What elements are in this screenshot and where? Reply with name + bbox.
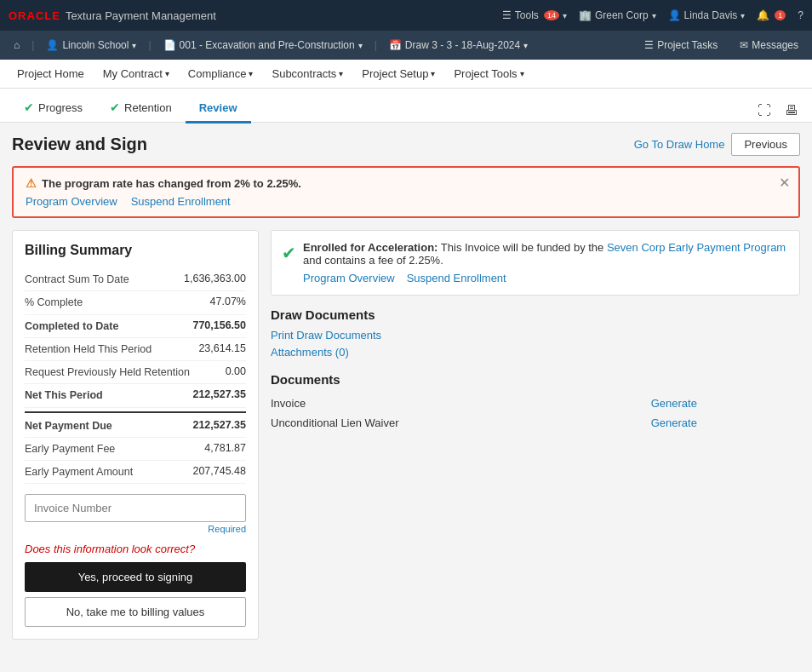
invoice-input-wrap: Required (25, 494, 246, 534)
doc-icon: 📄 (163, 39, 176, 51)
project-icon: 👤 (46, 39, 59, 51)
menu-item-my-contract[interactable]: My Contract ▾ (94, 60, 178, 87)
contract-chevron-icon: ▾ (358, 41, 363, 50)
documents-section: Documents Invoice Generate Unconditional… (271, 372, 800, 433)
billing-prompt-text: Does this information look correct? (25, 543, 246, 555)
app-title: Textura Payment Management (66, 9, 216, 22)
right-panel: ✔ Enrolled for Acceleration: This Invoic… (271, 230, 800, 640)
bell-badge: 1 (775, 10, 786, 20)
project-setup-chevron-icon: ▾ (431, 69, 435, 78)
compliance-chevron-icon: ▾ (249, 69, 253, 78)
contract-selector[interactable]: 📄 001 - Excavation and Pre-Construction … (158, 39, 368, 51)
go-to-draw-home-button[interactable]: Go To Draw Home (634, 138, 725, 151)
project-tasks-link[interactable]: ☰ Project Tasks (639, 39, 723, 51)
bell-icon: 🔔 (757, 9, 769, 21)
invoice-number-input[interactable] (25, 494, 246, 522)
menu-item-project-home[interactable]: Project Home (9, 60, 93, 87)
home-icon: ⌂ (14, 39, 20, 51)
tools-badge: 14 (544, 10, 559, 20)
enrolled-text: Enrolled for Acceleration: This Invoice … (303, 241, 789, 284)
expand-icon[interactable]: ⛶ (754, 100, 775, 122)
draw-docs-title: Draw Documents (271, 307, 800, 322)
messages-link[interactable]: ✉ Messages (735, 39, 803, 51)
user-chevron-icon: ▾ (741, 11, 745, 20)
menu-nav: Project Home My Contract ▾ Compliance ▾ … (0, 60, 812, 89)
enrolled-title: Enrolled for Acceleration: (303, 241, 437, 254)
main-content: Review and Sign Go To Draw Home Previous… (0, 123, 812, 650)
retention-check-icon: ✔ (110, 101, 120, 114)
alert-close-icon[interactable]: ✕ (779, 175, 790, 191)
page-header: Review and Sign Go To Draw Home Previous (12, 133, 800, 156)
company-chevron-icon: ▾ (652, 11, 656, 20)
print-draw-documents-link[interactable]: Print Draw Documents (271, 329, 800, 342)
oracle-logo: ORACLE (9, 9, 60, 22)
building-icon: 🏢 (579, 9, 592, 21)
second-nav: ⌂ | 👤 Lincoln School ▾ | 📄 001 - Excavat… (0, 31, 812, 60)
billing-row-retention-held: Retention Held This Period 23,614.15 (25, 338, 246, 361)
billing-summary-title: Billing Summary (25, 243, 246, 258)
menu-item-project-setup[interactable]: Project Setup ▾ (353, 60, 443, 87)
user-menu[interactable]: 👤 Linda Davis ▾ (668, 9, 746, 21)
envelope-icon: ✉ (740, 39, 748, 51)
previous-button[interactable]: Previous (731, 133, 800, 156)
list-icon: ☰ (502, 9, 512, 21)
alert-box: ⚠ The program rate has changed from 2% t… (12, 166, 800, 218)
billing-row-net-payment-due: Net Payment Due 212,527.35 (25, 411, 246, 438)
warning-icon: ⚠ (26, 176, 37, 190)
documents-title: Documents (271, 372, 800, 387)
draw-selector[interactable]: 📅 Draw 3 - 3 - 18-Aug-2024 ▾ (384, 39, 533, 51)
progress-check-icon: ✔ (24, 101, 34, 114)
documents-table: Invoice Generate Unconditional Lien Waiv… (271, 393, 800, 433)
tab-review[interactable]: Review (186, 95, 251, 123)
notifications-bell[interactable]: 🔔 1 (757, 9, 786, 21)
billing-row-early-payment-fee: Early Payment Fee 4,781.87 (25, 438, 246, 461)
company-menu[interactable]: 🏢 Green Corp ▾ (579, 9, 656, 21)
menu-item-subcontracts[interactable]: Subcontracts ▾ (263, 60, 352, 87)
draw-chevron-icon: ▾ (523, 41, 528, 50)
enrolled-box: ✔ Enrolled for Acceleration: This Invoic… (271, 230, 800, 296)
project-tools-chevron-icon: ▾ (520, 69, 524, 78)
tab-retention[interactable]: ✔ Retention (96, 94, 186, 123)
enrolled-suspend-link[interactable]: Suspend Enrollment (407, 272, 506, 284)
menu-item-project-tools[interactable]: Project Tools ▾ (445, 60, 532, 87)
enrolled-check-icon: ✔ (282, 243, 296, 263)
tasks-icon: ☰ (644, 39, 654, 51)
back-to-billing-values-button[interactable]: No, take me to billing values (25, 597, 246, 627)
alert-program-overview-link[interactable]: Program Overview (26, 195, 117, 208)
billing-row-early-payment-amount: Early Payment Amount 207,745.48 (25, 461, 246, 484)
tools-menu[interactable]: ☰ Tools 14 ▾ (502, 9, 567, 21)
calendar-icon: 📅 (389, 39, 402, 51)
menu-item-compliance[interactable]: Compliance ▾ (180, 60, 262, 87)
table-row: Invoice Generate (271, 393, 800, 413)
billing-row-contract-sum: Contract Sum To Date 1,636,363.00 (25, 268, 246, 291)
home-button[interactable]: ⌂ (9, 39, 25, 51)
project-selector[interactable]: 👤 Lincoln School ▾ (41, 39, 141, 51)
user-icon: 👤 (668, 9, 681, 21)
attachments-link[interactable]: Attachments (0) (271, 346, 800, 359)
billing-row-net-this-period: Net This Period 212,527.35 (25, 384, 246, 407)
draw-docs-section: Draw Documents Print Draw Documents Atta… (271, 307, 800, 359)
billing-row-request-retention: Request Previously Held Retention 0.00 (25, 361, 246, 384)
lien-waiver-doc-name: Unconditional Lien Waiver (271, 413, 651, 433)
billing-row-completed-to-date: Completed to Date 770,156.50 (25, 315, 246, 338)
print-icon[interactable]: 🖶 (781, 100, 802, 122)
alert-suspend-enrollment-link[interactable]: Suspend Enrollment (131, 195, 231, 208)
project-chevron-icon: ▾ (132, 41, 136, 50)
subcontracts-chevron-icon: ▾ (339, 69, 343, 78)
table-row: Unconditional Lien Waiver Generate (271, 413, 800, 433)
tools-chevron-icon: ▾ (563, 11, 567, 20)
enrolled-program-overview-link[interactable]: Program Overview (303, 272, 395, 284)
lien-waiver-generate-link[interactable]: Generate (651, 413, 800, 433)
my-contract-chevron-icon: ▾ (165, 69, 169, 78)
alert-message: ⚠ The program rate has changed from 2% t… (26, 176, 786, 190)
invoice-generate-link[interactable]: Generate (651, 393, 800, 413)
proceed-to-signing-button[interactable]: Yes, proceed to signing (25, 562, 246, 592)
tab-progress[interactable]: ✔ Progress (10, 94, 96, 123)
page-title: Review and Sign (12, 135, 634, 154)
invoice-doc-name: Invoice (271, 393, 651, 413)
help-icon[interactable]: ? (798, 9, 803, 21)
billing-row-pct-complete: % Complete 47.07% (25, 291, 246, 314)
billing-summary-panel: Billing Summary Contract Sum To Date 1,6… (12, 230, 259, 640)
required-label: Required (25, 524, 246, 534)
top-nav: ORACLE Textura Payment Management ☰ Tool… (0, 0, 812, 31)
